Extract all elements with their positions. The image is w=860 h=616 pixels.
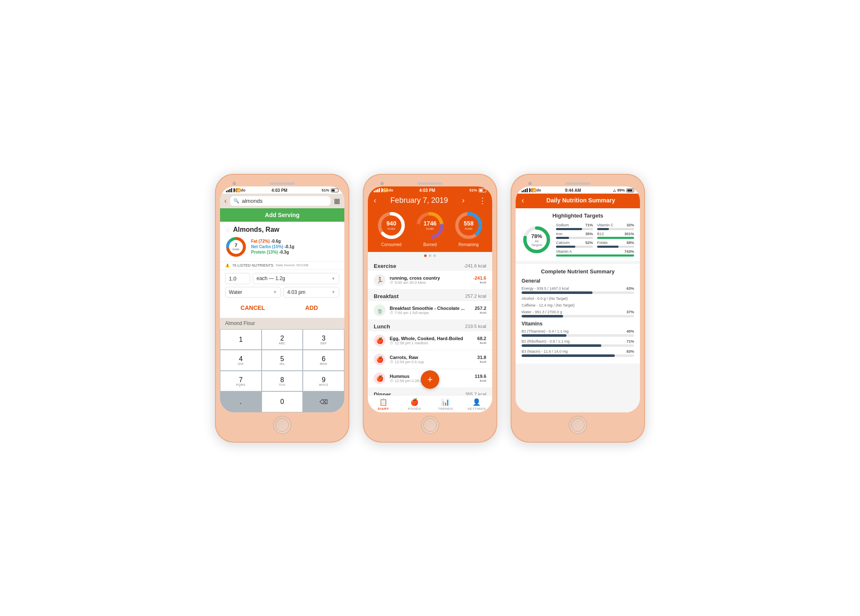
kb-key-4[interactable]: 4GHI	[220, 350, 262, 371]
p1-warning-icon: ⚠️	[225, 263, 230, 267]
p2-status-bar: Koodo 📶 4:03 PM 51%	[368, 186, 492, 194]
p2-tab-settings[interactable]: 👤 SETTINGS	[461, 398, 492, 411]
p3-target-iron: Iron 35%	[556, 232, 593, 239]
phone-3-speaker	[565, 182, 590, 185]
p2-exercise-icon: 🏃	[374, 274, 385, 286]
p3-status-bar: Koodo 📶 9:44 AM △ 89%	[516, 186, 640, 194]
p1-favorite-icon[interactable]: ☆	[225, 226, 231, 233]
p2-menu-icon[interactable]: ⋮	[479, 196, 486, 205]
kb-zero-key[interactable]: 0	[262, 391, 303, 412]
kb-key-3[interactable]: 3DEF	[303, 329, 344, 350]
phone-3-screen: Koodo 📶 9:44 AM △ 89% ‹ Daily Nutrition …	[516, 186, 640, 412]
p2-date-header: ‹ February 7, 2019 › ⋮	[368, 194, 492, 209]
phone-3-home-inner	[571, 418, 585, 432]
p2-battery-area: 51%	[469, 188, 486, 192]
phone-1-top-bar	[220, 179, 344, 186]
kb-row-2: 4GHI 5JKL 6MNO	[220, 350, 344, 371]
p1-title-row: ☆ Almonds, Raw	[225, 226, 339, 233]
p1-food-card: ☆ Almonds, Raw	[220, 222, 344, 262]
p2-time: 4:03 PM	[420, 188, 435, 193]
p2-tab-diary[interactable]: 📋 DIARY	[368, 398, 399, 411]
p2-dot-2[interactable]	[429, 254, 431, 257]
p3-battery-icon	[627, 189, 634, 192]
p2-tab-trends[interactable]: 📊 TRENDS	[430, 398, 461, 411]
p2-summary-cards: 940 kcals Consumed	[368, 209, 492, 252]
p2-dot-1[interactable]	[424, 254, 427, 257]
p2-settings-icon: 👤	[472, 398, 481, 406]
p1-protein-macro: Protein (13%) -0.3g	[251, 250, 294, 254]
p1-quantity-input[interactable]: 1.0	[225, 273, 250, 284]
phone-2-top-bar	[368, 179, 492, 186]
p1-search-bar[interactable]: 🔍 almonds	[230, 196, 330, 206]
p2-breakfast-item-1[interactable]: 🍵 Breakfast Smoothie - Chocolate ... ⏱7:…	[368, 301, 492, 320]
p3-scroll-content[interactable]: Highlighted Targets 78% All Targets	[516, 208, 640, 412]
p2-exercise-kcal: -241.6kcal	[473, 275, 486, 284]
p3-header-title: Daily Nutrition Summary	[527, 197, 634, 204]
kb-key-6[interactable]: 6MNO	[303, 350, 344, 371]
kb-dot-key[interactable]: .	[220, 391, 262, 412]
p1-macros-text: Fat (72%) -0.6g Net Carbs (15%) -0.1g Pr…	[251, 239, 294, 254]
p1-back-button[interactable]: ‹	[224, 197, 227, 205]
p2-exercise-item-1[interactable]: 🏃 running, cross country ⏱6:00 am 30.0 M…	[368, 271, 492, 290]
p2-burned-ring: 1746 kcals	[415, 210, 445, 241]
p1-add-serving-bar: Add Serving	[220, 208, 344, 222]
p1-unit-select[interactable]: each — 1.2g ▼	[253, 273, 339, 284]
p1-search-input[interactable]: almonds	[242, 198, 262, 204]
p1-macro-donut: 7 kcals	[225, 236, 247, 258]
kb-key-8[interactable]: 8TUV	[262, 371, 303, 392]
kb-key-2[interactable]: 2ABC	[262, 329, 303, 350]
kb-key-1[interactable]: 1	[220, 329, 262, 350]
p2-exercise-info: running, cross country ⏱6:00 am 30.0 Min…	[390, 275, 469, 285]
phone-1: Koodo 📶 4:03 PM 51% ‹ 🔍 almonds	[215, 174, 349, 443]
p2-breakfast-header: Breakfast 257.2 kcal	[368, 290, 492, 301]
p1-carb-macro: Net Carbs (15%) -0.1g	[251, 244, 294, 249]
p1-nav-bar: ‹ 🔍 almonds ▦	[220, 194, 344, 208]
p1-add-button[interactable]: ADD	[284, 301, 339, 315]
p2-exercise-header: Exercise -241.6 kcal	[368, 260, 492, 271]
p2-consumed-card: 940 kcals Consumed	[376, 210, 406, 247]
p2-consumed-center: 940 kcals	[386, 220, 396, 230]
p2-prev-arrow[interactable]: ‹	[374, 196, 376, 205]
p2-lunch-item-2[interactable]: 🍎 Carrots, Raw ⏱12:59 pm 0.5 cup 31.8kca…	[368, 350, 492, 369]
p3-caffeine-row: Caffeine - 12.4 mg / (No Target)	[522, 303, 634, 307]
p2-dot-3[interactable]	[433, 254, 436, 257]
p3-b3-row: B3 (Niacin) - 11.6 / 14.0 mg 83%	[522, 349, 634, 357]
kb-key-7[interactable]: 7PQRS	[220, 371, 262, 392]
p1-battery-icon	[331, 189, 338, 192]
kb-key-5[interactable]: 5JKL	[262, 350, 303, 371]
p2-lunch-info-2: Carrots, Raw ⏱12:59 pm 0.5 cup	[390, 355, 473, 364]
p3-b2-row: B2 (Riboflavin) - 0.8 / 1.1 mg 71%	[522, 339, 634, 347]
p1-meal-time-row: Water ▼ 4:03 pm ▼	[225, 287, 339, 298]
phone-1-screen: Koodo 📶 4:03 PM 51% ‹ 🔍 almonds	[220, 186, 344, 412]
kb-key-9[interactable]: 9WXYZ	[303, 371, 344, 392]
phone-2-home-button[interactable]	[421, 416, 439, 434]
p2-dinner-header: Dinner 355.7 kcal	[368, 388, 492, 395]
p2-next-arrow[interactable]: ›	[462, 196, 464, 205]
p2-lunch-kcal-3: 119.6kcal	[475, 374, 486, 383]
scene: Koodo 📶 4:03 PM 51% ‹ 🔍 almonds	[198, 157, 662, 459]
p2-tab-foods[interactable]: 🍎 FOODS	[399, 398, 430, 411]
p1-time-select[interactable]: 4:03 pm ▼	[283, 287, 339, 298]
p2-lunch-kcal-1: 68.2kcal	[477, 336, 486, 345]
p2-lunch-icon-1: 🍎	[374, 335, 385, 346]
phone-1-speaker	[270, 182, 295, 185]
p3-alcohol-row: Alcohol - 0.0 g / (No Target)	[522, 296, 634, 301]
p1-barcode-icon[interactable]: ▦	[334, 197, 340, 205]
p3-header: ‹ Daily Nutrition Summary	[516, 194, 640, 208]
p1-meal-select[interactable]: Water ▼	[225, 287, 281, 298]
p2-fab-button[interactable]: +	[421, 370, 439, 389]
p1-meal-chevron: ▼	[273, 290, 277, 294]
phone-1-home-button[interactable]	[273, 416, 291, 434]
p3-target-calcium: Calcium 52%	[556, 241, 593, 248]
p3-signal: Koodo 📶	[522, 188, 533, 192]
phone-2: Koodo 📶 4:03 PM 51% ‹ February 7, 2019 ›…	[363, 174, 497, 443]
phone-3-home-button[interactable]	[569, 416, 587, 434]
p1-cancel-button[interactable]: CANCEL	[225, 301, 281, 315]
phone-3-top-bar	[516, 179, 640, 186]
kb-row-1: 1 2ABC 3DEF	[220, 329, 344, 350]
p3-back-button[interactable]: ‹	[522, 196, 524, 205]
p2-lunch-item-1[interactable]: 🍎 Egg, Whole, Cooked, Hard-Boiled ⏱12:58…	[368, 331, 492, 350]
kb-delete-key[interactable]: ⌫	[303, 391, 344, 412]
phone-2-home-inner	[423, 418, 437, 432]
p2-date-text: February 7, 2019	[391, 196, 448, 205]
